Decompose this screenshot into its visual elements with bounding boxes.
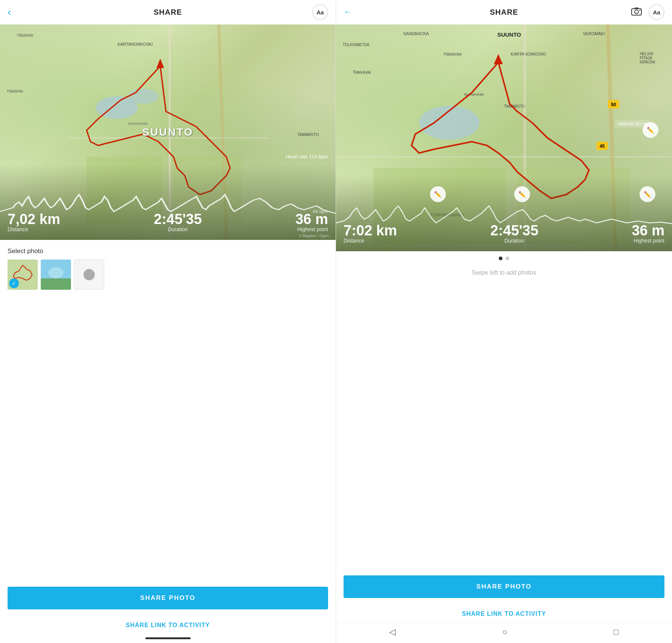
right-share-photo-button[interactable]: SHARE PHOTO bbox=[344, 575, 664, 598]
home-indicator bbox=[145, 637, 191, 639]
right-stat-duration: 2:45'35 Duration bbox=[490, 223, 538, 244]
right-map-stats: 7:02 km Distance 2:45'35 Duration 36 m H… bbox=[336, 219, 672, 251]
svg-text:50: 50 bbox=[611, 102, 616, 107]
svg-rect-10 bbox=[41, 278, 71, 290]
right-share-link-button[interactable]: SHARE LINK TO ACTIVITY bbox=[336, 606, 672, 622]
nav-recent-button[interactable]: □ bbox=[614, 627, 619, 637]
dot-2[interactable] bbox=[506, 257, 509, 260]
swipe-hint: Swipe left to add photos bbox=[336, 266, 672, 284]
svg-point-1 bbox=[128, 89, 159, 104]
map-view-left: KARTANONKOSKI Ylästöntie Ylästöntie TAMM… bbox=[0, 25, 336, 240]
dot-1[interactable] bbox=[499, 257, 502, 260]
camera-button[interactable] bbox=[631, 7, 642, 18]
edit-btn-1[interactable]: ✏️ bbox=[430, 186, 446, 202]
pagination-dots bbox=[336, 251, 672, 266]
map-stats: 7,02 km Distance 2:45'35 Duration 36 m H… bbox=[0, 208, 336, 240]
page-title: SHARE bbox=[154, 8, 182, 17]
right-stat-highest: 36 m Highest point bbox=[632, 223, 664, 244]
right-phone-panel: ← SHARE Aa SANDBACKA VEROMÄKI TOLKINMETS… bbox=[336, 0, 672, 643]
svg-marker-7 bbox=[157, 59, 164, 68]
aa-button[interactable]: Aa bbox=[312, 4, 328, 20]
map-copyright: © Mapbox / Open... bbox=[299, 234, 332, 238]
nav-home-button[interactable]: ○ bbox=[502, 627, 507, 637]
photo-thumb-2[interactable] bbox=[41, 260, 71, 290]
photo-thumb-3[interactable] bbox=[74, 260, 104, 290]
photo-spinner bbox=[83, 269, 95, 280]
nav-back-button[interactable]: ◁ bbox=[389, 627, 396, 637]
select-photo-title: Select photo bbox=[8, 247, 328, 255]
right-aa-button[interactable]: Aa bbox=[649, 4, 664, 20]
share-photo-button[interactable]: SHARE PHOTO bbox=[8, 587, 328, 609]
photo-thumb-1[interactable]: ✓ bbox=[8, 260, 38, 290]
svg-marker-22 bbox=[494, 54, 503, 64]
select-photo-section: Select photo ✓ bbox=[0, 240, 336, 295]
right-header: ← SHARE Aa bbox=[336, 0, 672, 25]
map-view-right: SANDBACKA VEROMÄKI TOLKINMETSA Tolkinkyl… bbox=[336, 25, 672, 251]
svg-point-13 bbox=[635, 10, 638, 14]
svg-text:45: 45 bbox=[600, 144, 605, 149]
back-button[interactable]: ‹ bbox=[8, 6, 11, 18]
svg-rect-14 bbox=[635, 8, 638, 9]
left-phone-panel: ‹ SHARE Aa KARTANONKOSKI Ylästöntie Yläs… bbox=[0, 0, 336, 643]
stat-distance: 7,02 km Distance bbox=[8, 212, 60, 232]
right-back-button[interactable]: ← bbox=[344, 7, 352, 17]
left-header: ‹ SHARE Aa bbox=[0, 0, 336, 25]
svg-point-15 bbox=[640, 9, 641, 11]
share-link-button[interactable]: SHARE LINK TO ACTIVITY bbox=[0, 617, 336, 634]
right-page-title: SHARE bbox=[490, 8, 518, 17]
stat-duration: 2:45'35 Duration bbox=[154, 212, 202, 232]
edit-btn-2[interactable]: ✏️ bbox=[514, 186, 530, 202]
photo-selected-badge: ✓ bbox=[9, 278, 19, 288]
photo-grid: ✓ bbox=[8, 260, 328, 290]
right-stat-distance: 7:02 km Distance bbox=[344, 223, 397, 244]
heart-rate-label: Heart rate 114 bpm bbox=[286, 154, 328, 159]
suunto-logo: SUUNTO bbox=[142, 126, 194, 138]
nav-bar: ◁ ○ □ bbox=[336, 622, 672, 643]
svg-point-11 bbox=[48, 267, 63, 278]
edit-btn-3[interactable]: ✏️ bbox=[640, 186, 655, 202]
stat-highest-point: 36 m Highest point bbox=[295, 212, 328, 232]
